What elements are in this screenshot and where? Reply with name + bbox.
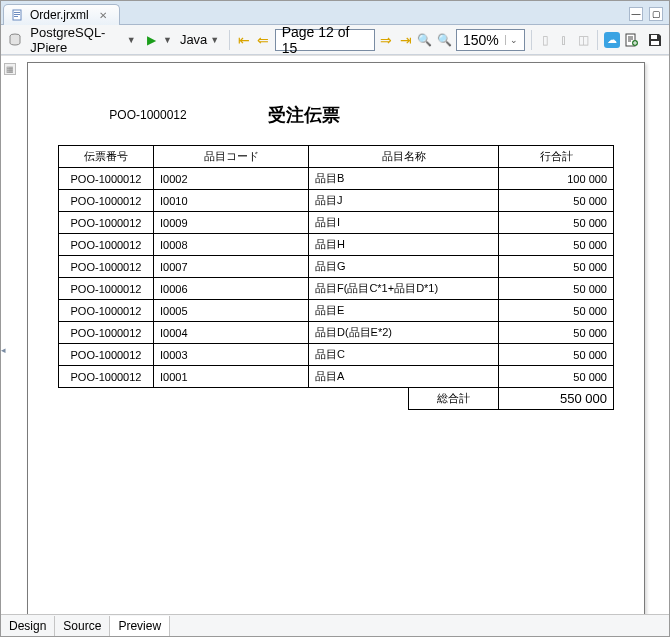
- tab-design[interactable]: Design: [1, 616, 55, 636]
- next-page-button[interactable]: ⇒: [379, 31, 394, 49]
- close-icon[interactable]: ✕: [99, 10, 109, 20]
- table-row: POO-1000012I0004品目D(品目E*2)50 000: [59, 322, 614, 344]
- cell-amount: 50 000: [499, 234, 614, 256]
- cell-name: 品目J: [309, 190, 499, 212]
- svg-rect-2: [14, 14, 20, 15]
- table-row: POO-1000012I0001品目A50 000: [59, 366, 614, 388]
- svg-rect-1: [14, 12, 20, 13]
- cell-slip: POO-1000012: [59, 190, 154, 212]
- report-doc-number: POO-1000012: [58, 108, 238, 122]
- cell-amount: 50 000: [499, 278, 614, 300]
- editor-window: Order.jrxml ✕ — ▢ PostgreSQL-JPiere ▼ ▶ …: [0, 0, 670, 637]
- last-page-button[interactable]: ⇥: [398, 31, 413, 49]
- bottom-tabbar: Design Source Preview: [1, 614, 669, 636]
- report-total-table: 総合計 550 000: [58, 387, 614, 410]
- cell-slip: POO-1000012: [59, 278, 154, 300]
- separator: [229, 30, 230, 50]
- cell-code: I0001: [154, 366, 309, 388]
- chevron-down-icon: ⌄: [505, 35, 522, 45]
- cell-amount: 50 000: [499, 366, 614, 388]
- cell-slip: POO-1000012: [59, 322, 154, 344]
- pane-controls: — ▢: [623, 4, 669, 24]
- export-button[interactable]: [624, 31, 639, 49]
- table-header-row: 伝票番号 品目コード 品目名称 行合計: [59, 146, 614, 168]
- tab-preview[interactable]: Preview: [110, 616, 170, 636]
- datasource-dropdown[interactable]: PostgreSQL-JPiere ▼: [26, 23, 139, 57]
- svg-rect-7: [651, 35, 657, 39]
- actual-size-button[interactable]: ◫: [576, 31, 591, 49]
- table-row: POO-1000012I0005品目E50 000: [59, 300, 614, 322]
- cell-name: 品目D(品目E*2): [309, 322, 499, 344]
- language-dropdown[interactable]: Java ▼: [176, 30, 223, 49]
- cell-name: 品目I: [309, 212, 499, 234]
- cell-amount: 50 000: [499, 256, 614, 278]
- cell-code: I0006: [154, 278, 309, 300]
- table-row: POO-1000012I0006品目F(品目C*1+品目D*1)50 000: [59, 278, 614, 300]
- svg-rect-3: [14, 16, 18, 17]
- cell-amount: 100 000: [499, 168, 614, 190]
- page-indicator-field[interactable]: Page 12 of 15: [275, 29, 375, 51]
- table-row: POO-1000012I0003品目C50 000: [59, 344, 614, 366]
- table-row: POO-1000012I0010品目J50 000: [59, 190, 614, 212]
- header-amount: 行合計: [499, 146, 614, 168]
- save-button[interactable]: [648, 31, 663, 49]
- chevron-down-icon: ▼: [210, 35, 219, 45]
- cell-amount: 50 000: [499, 212, 614, 234]
- total-row: 総合計 550 000: [58, 388, 614, 410]
- first-page-button[interactable]: ⇤: [236, 31, 251, 49]
- maximize-pane-button[interactable]: ▢: [649, 7, 663, 21]
- cell-code: I0008: [154, 234, 309, 256]
- datasource-icon: [7, 31, 22, 49]
- prev-page-button[interactable]: ⇐: [255, 31, 270, 49]
- cell-name: 品目G: [309, 256, 499, 278]
- editor-tabbar: Order.jrxml ✕ — ▢: [1, 1, 669, 25]
- table-row: POO-1000012I0007品目G50 000: [59, 256, 614, 278]
- cell-slip: POO-1000012: [59, 168, 154, 190]
- cell-amount: 50 000: [499, 300, 614, 322]
- cell-code: I0007: [154, 256, 309, 278]
- page-indicator-text: Page 12 of 15: [282, 24, 368, 56]
- report-file-icon: [12, 9, 24, 21]
- zoom-out-button[interactable]: 🔍: [437, 31, 452, 49]
- cell-name: 品目H: [309, 234, 499, 256]
- left-gutter-handle[interactable]: ◂: [1, 335, 6, 365]
- tab-source[interactable]: Source: [55, 616, 110, 636]
- zoom-select[interactable]: 150% ⌄: [456, 29, 525, 51]
- zoom-in-button[interactable]: 🔍: [417, 31, 432, 49]
- total-value: 550 000: [498, 388, 614, 410]
- separator: [531, 30, 532, 50]
- total-label: 総合計: [408, 388, 498, 410]
- report-table: 伝票番号 品目コード 品目名称 行合計 POO-1000012I0002品目B1…: [58, 145, 614, 388]
- run-menu-dropdown[interactable]: ▼: [163, 35, 172, 45]
- cell-slip: POO-1000012: [59, 256, 154, 278]
- page-thumb-icon[interactable]: ▦: [4, 63, 16, 75]
- cell-slip: POO-1000012: [59, 344, 154, 366]
- cell-slip: POO-1000012: [59, 212, 154, 234]
- zoom-value: 150%: [463, 32, 499, 48]
- cell-code: I0009: [154, 212, 309, 234]
- run-button[interactable]: ▶: [144, 31, 159, 49]
- minimize-pane-button[interactable]: —: [629, 7, 643, 21]
- header-slip: 伝票番号: [59, 146, 154, 168]
- datasource-label: PostgreSQL-JPiere: [30, 25, 123, 55]
- fit-width-button[interactable]: ⫿: [557, 31, 572, 49]
- publish-button[interactable]: ☁: [604, 31, 620, 49]
- report-page: POO-1000012 受注伝票 伝票番号 品目コード 品目名称 行合計 POO…: [27, 62, 645, 614]
- report-header: POO-1000012 受注伝票: [58, 103, 614, 127]
- cloud-icon: ☁: [604, 32, 620, 48]
- language-label: Java: [180, 32, 207, 47]
- cell-code: I0005: [154, 300, 309, 322]
- cell-name: 品目B: [309, 168, 499, 190]
- cell-amount: 50 000: [499, 322, 614, 344]
- preview-canvas[interactable]: ▦ ◂ POO-1000012 受注伝票 伝票番号 品目コード 品目名称 行合計…: [1, 55, 669, 614]
- file-tab-order[interactable]: Order.jrxml ✕: [3, 4, 120, 25]
- fit-page-button[interactable]: ▯: [538, 31, 553, 49]
- file-tab-label: Order.jrxml: [30, 8, 89, 22]
- cell-name: 品目F(品目C*1+品目D*1): [309, 278, 499, 300]
- header-name: 品目名称: [309, 146, 499, 168]
- separator: [597, 30, 598, 50]
- cell-slip: POO-1000012: [59, 366, 154, 388]
- table-row: POO-1000012I0002品目B100 000: [59, 168, 614, 190]
- cell-code: I0002: [154, 168, 309, 190]
- cell-amount: 50 000: [499, 190, 614, 212]
